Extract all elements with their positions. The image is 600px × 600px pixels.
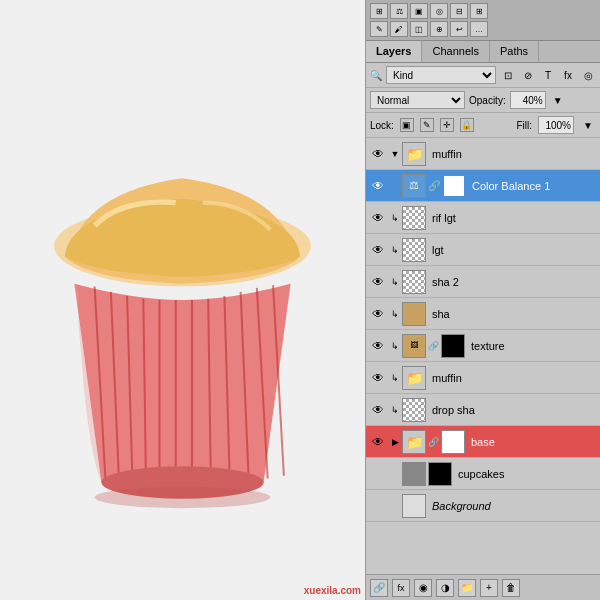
filter-btn2[interactable]: ⊘: [520, 67, 536, 83]
thumb-muffin-inner: 📁: [402, 366, 426, 390]
lock-move-icon[interactable]: ✛: [440, 118, 454, 132]
eye-icon-base[interactable]: 👁: [368, 435, 388, 449]
filter-btn1[interactable]: ⊡: [500, 67, 516, 83]
eye-icon-drop-sha[interactable]: 👁: [368, 403, 388, 417]
opacity-input[interactable]: [510, 91, 546, 109]
layer-name-muffin-inner: muffin: [432, 372, 462, 384]
toolbar-top: ⊞ ⚖ ▣ ◎ ⊟ ⊞ ✎ 🖌 ◫ ⊕ ↩ …: [366, 0, 600, 41]
thumb-texture-img: 🖼: [402, 334, 426, 358]
thumb-area-base: 📁 🔗 base: [402, 430, 598, 454]
eye-icon-sha[interactable]: 👁: [368, 307, 388, 321]
opacity-arrow[interactable]: ▼: [550, 92, 566, 108]
layer-cupcakes[interactable]: 👁 cupcakes: [366, 458, 600, 490]
layer-sha[interactable]: 👁 ↳ sha: [366, 298, 600, 330]
thumb-area-sha2: sha 2: [402, 270, 598, 294]
layer-sha2[interactable]: 👁 ↳ sha 2: [366, 266, 600, 298]
stamp-icon[interactable]: ⊕: [430, 21, 448, 37]
layer-name-texture: texture: [471, 340, 505, 352]
layer-name-sha2: sha 2: [432, 276, 459, 288]
thumb-area-rif-lgt: rif lgt: [402, 206, 598, 230]
lock-label: Lock:: [370, 120, 394, 131]
thumb-area-texture: 🖼 🔗 texture: [402, 334, 598, 358]
layer-lgt[interactable]: 👁 ↳ lgt: [366, 234, 600, 266]
thumb-cupcakes: [402, 462, 426, 486]
thumb-area-background: Background: [402, 494, 598, 518]
filter-btn3[interactable]: T: [540, 67, 556, 83]
layer-name-background: Background: [432, 500, 491, 512]
grid2-icon[interactable]: ⊟: [450, 3, 468, 19]
layers-panel: ⊞ ⚖ ▣ ◎ ⊟ ⊞ ✎ 🖌 ◫ ⊕ ↩ … Layers Channels …: [365, 0, 600, 600]
eye-icon-color-balance[interactable]: 👁: [368, 179, 388, 193]
layer-name-rif-lgt: rif lgt: [432, 212, 456, 224]
layer-base[interactable]: 👁 ▶ 📁 🔗 base: [366, 426, 600, 458]
layer-name-cupcakes: cupcakes: [458, 468, 504, 480]
svg-point-14: [95, 487, 271, 509]
lock-brush-icon[interactable]: ✎: [420, 118, 434, 132]
eraser-icon[interactable]: ◫: [410, 21, 428, 37]
layer-name-color-balance: Color Balance 1: [472, 180, 550, 192]
layer-texture[interactable]: 👁 ↳ 🖼 🔗 texture: [366, 330, 600, 362]
table-icon[interactable]: ⊞: [470, 3, 488, 19]
lock-transparent-icon[interactable]: ▣: [400, 118, 414, 132]
balance-icon[interactable]: ⚖: [390, 3, 408, 19]
filter-btn5[interactable]: ◎: [580, 67, 596, 83]
square-icon[interactable]: ▣: [410, 3, 428, 19]
pen-icon[interactable]: ✎: [370, 21, 388, 37]
indent-lgt: ↳: [388, 245, 402, 255]
eye-icon-texture[interactable]: 👁: [368, 339, 388, 353]
brush-icon[interactable]: 🖌: [390, 21, 408, 37]
thumb-area-color-balance: ⚖ 🔗 Color Balance 1: [402, 174, 598, 198]
eye-icon-muffin-inner[interactable]: 👁: [368, 371, 388, 385]
chain-icon-texture: 🔗: [428, 341, 439, 351]
expand-icon-muffin-group[interactable]: ▼: [388, 149, 402, 159]
expand-icon-base[interactable]: ▶: [388, 437, 402, 447]
arrow-icon[interactable]: ↩: [450, 21, 468, 37]
thumb-texture-mask: [441, 334, 465, 358]
blend-mode-select[interactable]: Normal: [370, 91, 465, 109]
watermark: xuexila.com: [304, 585, 361, 596]
thumb-rif-lgt: [402, 206, 426, 230]
thumb-cb-mask: [442, 174, 466, 198]
tab-layers[interactable]: Layers: [366, 41, 422, 62]
eye-icon-muffin-group[interactable]: 👁: [368, 147, 388, 161]
thumb-base-mask: [441, 430, 465, 454]
thumb-background: [402, 494, 426, 518]
layer-rif-lgt[interactable]: 👁 ↳ rif lgt: [366, 202, 600, 234]
fill-arrow[interactable]: ▼: [580, 117, 596, 133]
link-btn[interactable]: 🔗: [370, 579, 388, 597]
adjustment-btn[interactable]: ◑: [436, 579, 454, 597]
layer-name-lgt: lgt: [432, 244, 444, 256]
layer-background[interactable]: 👁 Background: [366, 490, 600, 522]
fill-input[interactable]: [538, 116, 574, 134]
layer-muffin-inner[interactable]: 👁 ↳ 📁 muffin: [366, 362, 600, 394]
search-icon: 🔍: [370, 70, 382, 81]
tab-paths[interactable]: Paths: [490, 41, 539, 62]
fx-btn[interactable]: fx: [392, 579, 410, 597]
thumb-area-muffin-inner: 📁 muffin: [402, 366, 598, 390]
lock-all-icon[interactable]: 🔒: [460, 118, 474, 132]
thumb-area-lgt: lgt: [402, 238, 598, 262]
eye-icon-sha2[interactable]: 👁: [368, 275, 388, 289]
layer-name-base: base: [471, 436, 495, 448]
eye-icon-lgt[interactable]: 👁: [368, 243, 388, 257]
indent-drop-sha: ↳: [388, 405, 402, 415]
tab-channels[interactable]: Channels: [422, 41, 489, 62]
dots-icon[interactable]: …: [470, 21, 488, 37]
group-btn[interactable]: 📁: [458, 579, 476, 597]
eye-icon-rif-lgt[interactable]: 👁: [368, 211, 388, 225]
chain-icon-base: 🔗: [428, 437, 439, 447]
kind-select[interactable]: Kind: [386, 66, 496, 84]
delete-layer-btn[interactable]: 🗑: [502, 579, 520, 597]
indent-sha2: ↳: [388, 277, 402, 287]
layer-drop-sha[interactable]: 👁 ↳ drop sha: [366, 394, 600, 426]
new-layer-btn[interactable]: +: [480, 579, 498, 597]
eye-tb-icon[interactable]: ◎: [430, 3, 448, 19]
grid-icon[interactable]: ⊞: [370, 3, 388, 19]
layer-muffin-group[interactable]: 👁 ▼ 📁 muffin: [366, 138, 600, 170]
thumb-area-cupcakes: cupcakes: [402, 462, 598, 486]
mask-btn[interactable]: ◉: [414, 579, 432, 597]
chain-icon: 🔗: [428, 180, 440, 191]
toolbar-row-1: ⊞ ⚖ ▣ ◎ ⊟ ⊞: [370, 3, 596, 19]
layer-color-balance[interactable]: 👁 ⚖ 🔗 Color Balance 1: [366, 170, 600, 202]
filter-btn4[interactable]: fx: [560, 67, 576, 83]
